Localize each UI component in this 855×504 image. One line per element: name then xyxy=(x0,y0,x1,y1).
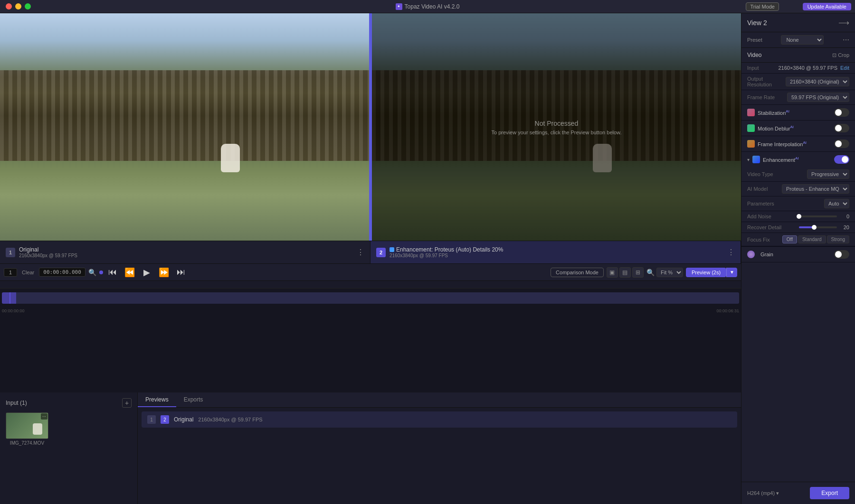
add-noise-control: 0 xyxy=(799,214,849,219)
stabilization-icon xyxy=(747,109,755,116)
recover-detail-row: Recover Detail 20 xyxy=(741,222,855,233)
trial-badge[interactable]: Trial Mode xyxy=(746,2,779,11)
zoom-btn[interactable]: 🔍 xyxy=(646,269,655,276)
focus-fix-strong-btn[interactable]: Strong xyxy=(827,235,849,243)
video-panel: Not Processed To preview your settings, … xyxy=(0,13,741,504)
strip-1-menu[interactable]: ⋮ xyxy=(357,248,364,257)
frame-interpolation-toggle[interactable] xyxy=(834,140,849,148)
output-res-row: Output Resolution 2160×3840 (Original) xyxy=(741,74,855,90)
previews-section: Previews Exports 1 2 Original 2160x3840p… xyxy=(138,392,741,504)
stabilization-toggle[interactable] xyxy=(834,108,849,117)
input-info-label: Input xyxy=(747,65,759,71)
preset-select[interactable]: None xyxy=(781,35,824,45)
timeline-controls: 1 Clear 00:00:00.000 🔍 ⏮ ⏪ ▶ ⏩ ⏭ Compari… xyxy=(0,264,741,281)
window-controls xyxy=(6,3,31,9)
zoom-select[interactable]: Fit % xyxy=(656,268,683,277)
original-video-frame xyxy=(0,13,369,241)
video-type-select[interactable]: Progressive xyxy=(807,169,849,179)
enhancement-toggle[interactable] xyxy=(834,155,849,164)
step-forward-btn[interactable]: ⏩ xyxy=(157,266,171,279)
video-viewers: Not Processed To preview your settings, … xyxy=(0,13,741,241)
strip-view-1: 1 Original 2160x3840px @ 59.97 FPS ⋮ xyxy=(0,241,370,263)
zoom-controls: 🔍 Fit % xyxy=(646,268,683,277)
frame-rate-select[interactable]: 59.97 FPS (Original) xyxy=(787,93,849,102)
add-noise-value: 0 xyxy=(840,214,849,219)
grain-toggle[interactable] xyxy=(834,250,849,259)
video-type-row: Video Type Progressive xyxy=(741,167,855,182)
preset-menu-icon[interactable]: ⋯ xyxy=(843,36,849,44)
add-noise-slider[interactable] xyxy=(799,215,837,217)
focus-fix-buttons: Off Standard Strong xyxy=(782,235,849,243)
strip-1-info: Original 2160x3840px @ 59.97 FPS xyxy=(19,246,77,258)
timeline-ruler xyxy=(0,281,741,289)
ai-model-row: AI Model Proteus - Enhance MQ xyxy=(741,182,855,196)
enhancement-section: ▾ EnhancementAI Video Type Progressive A… xyxy=(741,152,855,247)
step-back-btn[interactable]: ⏪ xyxy=(123,266,136,279)
skip-end-btn[interactable]: ⏭ xyxy=(174,266,188,279)
focus-fix-off-btn[interactable]: Off xyxy=(782,235,797,243)
parameters-select[interactable]: Auto xyxy=(824,199,849,208)
comparison-mode-btn[interactable]: Comparison Mode xyxy=(551,268,604,277)
tab-previews[interactable]: Previews xyxy=(138,392,176,407)
stabilization-label: StabilizationAI xyxy=(758,109,789,116)
export-format-select[interactable]: H264 (mp4) ▾ xyxy=(747,490,779,496)
focus-fix-row: Focus Fix Off Standard Strong xyxy=(741,233,855,246)
video-section-header: Video ⊡ Crop xyxy=(741,48,855,63)
preview-row-1[interactable]: 1 2 Original 2160x3840px @ 59.97 FPS xyxy=(142,411,737,428)
panel-collapse-icon[interactable]: ⟶ xyxy=(838,18,849,27)
preview-btn[interactable]: Preview (2s) xyxy=(686,268,726,277)
close-btn[interactable] xyxy=(6,3,12,9)
clear-btn[interactable]: Clear xyxy=(20,269,36,276)
grain-label: Grain xyxy=(760,252,773,257)
not-processed-message: Not Processed To preview your settings, … xyxy=(492,119,622,135)
timeline-body xyxy=(0,292,741,304)
output-res-label: Output Resolution xyxy=(747,76,786,87)
layout-overlap[interactable]: ⊞ xyxy=(632,267,644,278)
bottom-panel: Input (1) + ··· IMG_7274.MOV Previews Ex… xyxy=(0,392,741,504)
timeline-track[interactable]: 00:00:00:00 00:00:06:31 xyxy=(0,281,741,392)
playhead[interactable] xyxy=(10,292,10,304)
previews-tabs: Previews Exports xyxy=(138,392,741,408)
strip-view-2: 2 Enhancement: Proteus (Auto) Details 20… xyxy=(370,241,741,263)
timecode-display: 00:00:00.000 xyxy=(39,268,85,277)
playback-controls: ⏮ ⏪ ▶ ⏩ ⏭ xyxy=(106,266,188,279)
preset-label: Preset xyxy=(747,37,762,43)
recover-detail-control: 20 xyxy=(799,224,849,230)
crop-btn[interactable]: ⊡ Crop xyxy=(832,52,849,58)
edit-link[interactable]: Edit xyxy=(840,65,849,71)
layout-stacked[interactable]: ▤ xyxy=(619,267,631,278)
timeline-bar[interactable] xyxy=(2,292,739,304)
output-res-select[interactable]: 2160×3840 (Original) xyxy=(786,77,849,86)
video-strip: 1 Original 2160x3840px @ 59.97 FPS ⋮ 2 E… xyxy=(0,241,741,264)
layout-side-by-side[interactable]: ▣ xyxy=(607,267,618,278)
video-view-2[interactable]: Not Processed To preview your settings, … xyxy=(370,13,741,241)
maximize-btn[interactable] xyxy=(25,3,31,9)
ai-model-select[interactable]: Proteus - Enhance MQ xyxy=(782,184,849,194)
view-2-title: View 2 xyxy=(747,19,767,27)
preview-num-2: 2 xyxy=(161,415,169,424)
motion-deblur-toggle[interactable] xyxy=(834,124,849,132)
add-input-btn[interactable]: + xyxy=(122,398,132,408)
strip-2-menu[interactable]: ⋮ xyxy=(727,248,735,257)
app-title: ✦ Topaz Video AI v4.2.0 xyxy=(396,3,460,10)
search-icon[interactable]: 🔍 xyxy=(88,269,96,276)
export-btn[interactable]: Export xyxy=(810,487,849,499)
enhancement-icon xyxy=(752,156,760,163)
update-badge[interactable]: Update Available xyxy=(803,3,851,10)
enhancement-chevron-icon[interactable]: ▾ xyxy=(747,157,750,162)
right-panel-header: View 2 ⟶ xyxy=(741,13,855,32)
input-title: Input (1) xyxy=(6,400,27,406)
tab-exports[interactable]: Exports xyxy=(176,392,211,407)
recover-detail-slider[interactable] xyxy=(799,226,837,228)
preview-dropdown[interactable]: ▼ xyxy=(726,268,737,277)
view-layout-icons: ▣ ▤ ⊞ xyxy=(607,267,644,278)
frame-rate-row: Frame Rate 59.97 FPS (Original) xyxy=(741,90,855,105)
minimize-btn[interactable] xyxy=(15,3,21,9)
input-thumbnail[interactable]: ··· IMG_7274.MOV xyxy=(6,412,48,446)
focus-fix-standard-btn[interactable]: Standard xyxy=(798,235,826,243)
video-view-1[interactable] xyxy=(0,13,370,241)
skip-start-btn[interactable]: ⏮ xyxy=(106,266,119,279)
main-layout: Not Processed To preview your settings, … xyxy=(0,13,855,504)
play-pause-btn[interactable]: ▶ xyxy=(140,266,153,279)
thumbnail-menu[interactable]: ··· xyxy=(41,413,48,420)
